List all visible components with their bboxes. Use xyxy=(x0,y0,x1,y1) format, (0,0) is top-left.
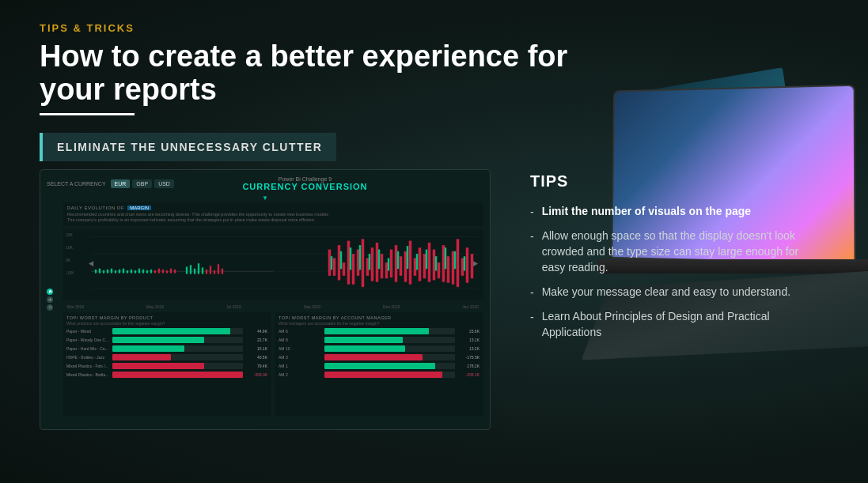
svg-rect-37 xyxy=(214,270,215,274)
svg-rect-43 xyxy=(343,262,345,275)
table-row: Paper - Mixed 44.9K xyxy=(66,328,267,334)
left-table-panel: TOP/ WORST MARGIN BY PRODUCT What produc… xyxy=(63,312,271,416)
bar-fill xyxy=(324,345,405,352)
bar-fill xyxy=(112,363,204,369)
table-row: AM 1 178.2K xyxy=(279,363,479,369)
svg-rect-58 xyxy=(414,258,416,276)
svg-rect-74 xyxy=(359,245,361,270)
list-item: - Allow enough space so that the display… xyxy=(530,228,813,276)
x-axis-labels: Mar 2019 May 2019 Jul 2019 Sep 2019 Nov … xyxy=(63,304,483,309)
chart-highlight: MARGIN xyxy=(127,206,151,210)
svg-rect-16 xyxy=(123,269,124,273)
svg-rect-59 xyxy=(419,248,421,281)
svg-rect-1 xyxy=(50,298,51,301)
svg-rect-12 xyxy=(107,270,108,273)
svg-rect-83 xyxy=(445,248,446,269)
svg-rect-22 xyxy=(146,270,148,273)
svg-rect-50 xyxy=(376,243,378,281)
row-value: 13.1K xyxy=(457,338,479,342)
usd-button[interactable]: USD xyxy=(154,179,174,188)
svg-rect-41 xyxy=(333,258,335,276)
row-value: 40.5K xyxy=(245,355,267,360)
svg-rect-84 xyxy=(454,251,456,269)
tip-text: Make your message clear and easy to unde… xyxy=(542,284,790,300)
svg-rect-29 xyxy=(174,270,176,273)
row-value: 44.9K xyxy=(245,329,267,334)
svg-rect-69 xyxy=(466,248,468,283)
eur-button[interactable]: EUR xyxy=(111,179,131,188)
tip-text: Learn About Principles of Design and Pra… xyxy=(542,308,813,341)
right-table-panel: TOP/ WORST MARGIN BY ACCOUNT MANAGER Wha… xyxy=(275,312,483,416)
nav-chart[interactable] xyxy=(47,296,53,303)
svg-rect-10 xyxy=(99,269,100,273)
table-row: Paper - Woody One C... 22.7K xyxy=(66,337,267,343)
svg-text:◀: ◀ xyxy=(89,258,94,266)
svg-rect-63 xyxy=(438,262,440,278)
table-row: Paper - Hard Mix - Ca... 15.1K xyxy=(66,345,267,352)
row-label: AM 6 xyxy=(279,329,322,334)
bar-container xyxy=(112,363,243,369)
currency-selector-label: SELECT A CURRENCY xyxy=(47,181,106,187)
svg-rect-46 xyxy=(357,250,359,276)
bar-container xyxy=(324,354,455,360)
list-item: - Limit the number of visuals on the pag… xyxy=(530,203,813,220)
svg-rect-18 xyxy=(131,270,132,273)
nav-home[interactable] xyxy=(47,289,53,295)
content-area: ELIMINATE THE UNNECESSARY CLUTTER SELECT… xyxy=(40,133,828,430)
chart-subtitle-1: Recommended countries and chart items ar… xyxy=(67,212,479,217)
nav-filter[interactable] xyxy=(47,304,53,311)
row-label: AM 8 xyxy=(279,338,322,342)
svg-rect-30 xyxy=(186,267,188,274)
currency-selector: SELECT A CURRENCY EUR GBP USD xyxy=(47,179,174,188)
bar-fill xyxy=(324,354,423,360)
svg-rect-76 xyxy=(378,250,380,269)
row-label: Paper - Mixed xyxy=(66,329,110,334)
table-row: AM 2 -208.1K xyxy=(279,372,479,378)
table-row: AM 10 13.2K xyxy=(279,345,479,352)
bar-container xyxy=(324,363,455,369)
row-label: Paper - Woody One C... xyxy=(66,338,110,342)
svg-rect-35 xyxy=(206,270,207,274)
svg-rect-9 xyxy=(95,270,97,273)
svg-rect-79 xyxy=(407,246,408,268)
y-label-10k: 10K xyxy=(66,245,74,250)
tip-dash: - xyxy=(530,309,534,325)
svg-rect-82 xyxy=(435,256,437,270)
challenge-text: Power Bi Challenge 9 xyxy=(174,176,436,182)
pbi-main-area: DAILY EVOLUTION OF MARGIN Recommended co… xyxy=(63,202,483,416)
right-table-title: TOP/ WORST MARGIN BY ACCOUNT MANAGER xyxy=(279,315,479,320)
list-item: - Make your message clear and easy to un… xyxy=(530,284,813,300)
candlestick-chart: 20K 10K 0K -10K xyxy=(63,229,483,300)
row-label: Mixed Plastics - Bottle... xyxy=(66,372,110,377)
table-row: Mixed Plastics - Bottle... -309.0K xyxy=(66,372,267,378)
svg-rect-65 xyxy=(447,256,449,282)
row-value: 22.7K xyxy=(245,338,267,342)
row-label: Paper - Hard Mix - Ca... xyxy=(66,346,110,351)
svg-rect-56 xyxy=(404,251,407,281)
pbi-dashboard: SELECT A CURRENCY EUR GBP USD Power Bi C… xyxy=(40,169,491,430)
svg-rect-27 xyxy=(166,270,168,273)
y-axis-labels: 20K 10K 0K -10K xyxy=(66,232,74,275)
x-label-may: May 2019 xyxy=(146,304,164,309)
table-row: AM 3 -175.5K xyxy=(279,354,479,360)
bar-container xyxy=(324,372,455,378)
row-label: Mixed Plastics - Fols /... xyxy=(66,364,110,368)
tip-dash: - xyxy=(530,285,534,300)
pbi-body: DAILY EVOLUTION OF MARGIN Recommended co… xyxy=(47,202,483,408)
chart-title-area: DAILY EVOLUTION OF MARGIN Recommended co… xyxy=(63,202,483,226)
svg-rect-20 xyxy=(138,269,140,273)
bar-fill xyxy=(112,372,243,378)
pbi-header: SELECT A CURRENCY EUR GBP USD Power Bi C… xyxy=(47,176,483,191)
svg-rect-66 xyxy=(452,251,454,285)
svg-rect-45 xyxy=(352,254,354,284)
tip-text: Limit the number of visuals on the page xyxy=(542,203,751,219)
svg-rect-52 xyxy=(385,262,388,278)
left-table-subtitle: What products are accountable for the ne… xyxy=(66,321,267,326)
svg-rect-61 xyxy=(428,243,430,281)
gbp-button[interactable]: GBP xyxy=(132,179,152,188)
svg-rect-49 xyxy=(371,248,373,281)
svg-rect-13 xyxy=(111,269,112,273)
svg-rect-15 xyxy=(119,270,120,273)
svg-rect-21 xyxy=(142,270,144,273)
pbi-main-title: CURRENCY CONVERSION xyxy=(174,182,436,191)
